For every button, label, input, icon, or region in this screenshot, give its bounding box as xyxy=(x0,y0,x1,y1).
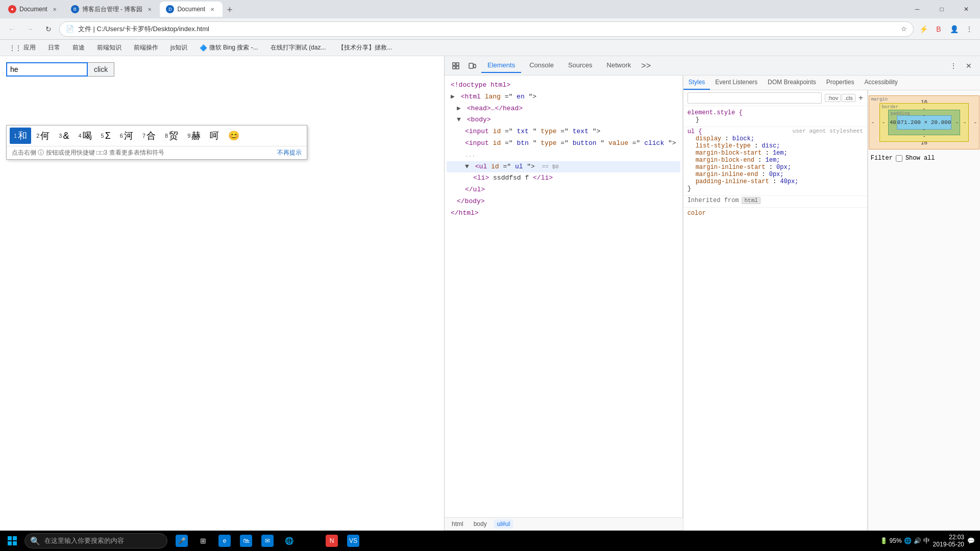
dom-arrow[interactable]: ▼ xyxy=(465,162,471,172)
network-icon[interactable]: 🌐 xyxy=(904,537,912,544)
ime-candidate-emoji[interactable]: 😊 xyxy=(224,128,243,143)
extensions-icon[interactable]: ⚡ xyxy=(917,22,930,36)
click-button[interactable]: click xyxy=(88,62,114,77)
dom-line[interactable]: </ul> xyxy=(447,184,680,196)
tab-console[interactable]: Console xyxy=(523,58,560,73)
dom-arrow[interactable]: ▶ xyxy=(451,92,457,103)
inspect-icon[interactable] xyxy=(449,59,463,73)
dom-arrow[interactable]: ▼ xyxy=(457,115,463,126)
dom-line[interactable]: </html> xyxy=(447,208,680,219)
styles-tab-event-listeners[interactable]: Event Listeners xyxy=(710,76,763,90)
dom-arrow[interactable]: ▶ xyxy=(457,104,463,114)
taskbar-app-chrome[interactable]: 🌐 xyxy=(279,531,299,551)
maximize-button[interactable]: □ xyxy=(930,0,953,18)
tab-3[interactable]: D Document ✕ xyxy=(160,2,223,17)
volume-icon[interactable]: 🔊 xyxy=(914,537,921,544)
taskbar-app-vscode[interactable]: VS xyxy=(343,531,363,551)
tab-close-1[interactable]: ✕ xyxy=(51,5,59,13)
breadcrumb-html[interactable]: html xyxy=(449,519,467,529)
more-tabs-button[interactable]: >> xyxy=(641,61,651,70)
style-prop-value: block; xyxy=(732,135,754,142)
star-icon[interactable]: ☆ xyxy=(901,25,907,33)
bookmark-tech[interactable]: 【技术分享】拯救... xyxy=(334,42,396,53)
taskbar-app-taskview[interactable]: ⊞ xyxy=(193,531,213,551)
bookmark-future[interactable]: 前途 xyxy=(68,42,89,53)
tab-2[interactable]: B 博客后台管理 - 博客园 ✕ xyxy=(65,2,160,17)
ime-candidate-2[interactable]: 2 何 xyxy=(32,128,54,144)
reload-button[interactable]: ↻ xyxy=(41,21,56,37)
dom-line[interactable]: ... xyxy=(447,149,680,161)
cls-button[interactable]: .cls xyxy=(842,94,855,102)
text-input[interactable] xyxy=(6,62,88,77)
tab-close-2[interactable]: ✕ xyxy=(145,5,154,13)
styles-tab-styles[interactable]: Styles xyxy=(683,76,710,90)
tab-elements[interactable]: Elements xyxy=(481,58,521,73)
device-mode-icon[interactable] xyxy=(465,59,479,73)
add-rule-button[interactable]: + xyxy=(859,93,863,103)
breadcrumb-ul[interactable]: ul#ul xyxy=(494,519,513,529)
ime-candidate-10[interactable]: 呵 xyxy=(206,128,223,144)
brave-icon[interactable]: B xyxy=(932,22,945,36)
ime-candidate-5[interactable]: 5 Σ xyxy=(97,129,115,143)
close-devtools-icon[interactable]: ✕ xyxy=(962,59,976,73)
profile-icon[interactable]: 👤 xyxy=(947,22,961,36)
dom-line[interactable]: ▼ <body> xyxy=(447,114,680,126)
taskbar-app-mail[interactable]: ✉ xyxy=(257,531,278,551)
bookmark-daily[interactable]: 日常 xyxy=(44,42,64,53)
show-all-checkbox[interactable] xyxy=(896,155,902,162)
ime-candidate-6[interactable]: 6 河 xyxy=(116,128,137,144)
style-prop-margin-inline-end: margin-inline-end : 0px; xyxy=(688,171,863,178)
style-rule-header: ul { user agent stylesheet xyxy=(688,128,863,135)
ime-candidate-7[interactable]: 7 合 xyxy=(138,128,160,144)
ime-candidate-8[interactable]: 8 贸 xyxy=(161,128,182,144)
dom-line[interactable]: <li> ssddfsd f </li> xyxy=(447,172,680,184)
dom-line[interactable]: <input id =" txt " type =" text "> xyxy=(447,126,680,138)
ime-candidate-3[interactable]: 3 & xyxy=(55,129,73,143)
styles-tab-dom-breakpoints[interactable]: DOM Breakpoints xyxy=(763,76,821,90)
notification-icon[interactable]: 💬 xyxy=(967,537,975,544)
breadcrumb-body[interactable]: body xyxy=(471,519,490,529)
taskbar-app-edge[interactable]: e xyxy=(214,531,235,551)
ime-candidate-9[interactable]: 9 赫 xyxy=(183,128,205,144)
bookmark-apps[interactable]: ⋮⋮ 应用 xyxy=(5,42,40,53)
taskbar-app-netease[interactable]: N xyxy=(322,531,342,551)
styles-tab-properties[interactable]: Properties xyxy=(821,76,860,90)
forward-button[interactable]: → xyxy=(22,21,38,37)
hov-button[interactable]: :hov xyxy=(825,94,841,102)
dom-line[interactable]: </body> xyxy=(447,196,680,208)
inherited-from-tag[interactable]: html xyxy=(742,197,760,204)
bookmark-bing[interactable]: 🔷 微软 Bing 搜索 -... xyxy=(195,42,262,53)
tab-close-3[interactable]: ✕ xyxy=(208,5,216,13)
styles-tab-accessibility[interactable]: Accessibility xyxy=(859,76,902,90)
taskbar-app-photos[interactable]: 🖼 xyxy=(300,531,321,551)
back-button[interactable]: ← xyxy=(4,21,19,37)
tab-network[interactable]: Network xyxy=(601,58,638,73)
ime-dismiss-button[interactable]: 不再提示 xyxy=(277,148,302,157)
new-tab-button[interactable]: ＋ xyxy=(223,2,237,16)
battery-icon[interactable]: 🔋 xyxy=(880,537,888,544)
ime-indicator[interactable]: 中 xyxy=(923,536,930,545)
bookmark-typing[interactable]: 在线打字测试 (daz... xyxy=(266,42,330,53)
dom-line[interactable]: ▶ <head>…</head> xyxy=(447,103,680,115)
dom-line[interactable]: <input id =" btn " type =" button " valu… xyxy=(447,138,680,149)
taskbar-app-cortana[interactable]: 🎤 xyxy=(172,531,192,551)
tab-1[interactable]: ● Document ✕ xyxy=(2,2,65,17)
menu-icon[interactable]: ⋮ xyxy=(963,22,976,36)
settings-icon[interactable]: ⋮ xyxy=(946,59,961,73)
taskbar-app-store[interactable]: 🛍 xyxy=(236,531,256,551)
dom-line[interactable]: ▶ <html lang =" en "> xyxy=(447,91,680,103)
bookmark-js[interactable]: js知识 xyxy=(166,42,191,53)
styles-filter-input[interactable] xyxy=(688,92,822,104)
start-button[interactable] xyxy=(0,531,24,551)
close-button[interactable]: ✕ xyxy=(954,0,978,18)
ime-candidate-1[interactable]: 1 和 xyxy=(10,128,31,144)
bookmark-frontend-ops[interactable]: 前端操作 xyxy=(130,42,162,53)
bookmark-frontend-knowledge[interactable]: 前端知识 xyxy=(93,42,126,53)
minimize-button[interactable]: ─ xyxy=(905,0,929,18)
border-label: border xyxy=(882,105,898,110)
dom-line-selected[interactable]: ▼ <ul id =" ul "> == $0 xyxy=(447,161,680,173)
taskbar-search[interactable]: 🔍 在这里输入你要搜索的内容 xyxy=(24,533,167,548)
tab-sources[interactable]: Sources xyxy=(562,58,599,73)
address-bar[interactable]: 📄 文件 | C:/Users/卡卡罗特/Desktop/index.html … xyxy=(59,21,914,37)
ime-candidate-4[interactable]: 4 喝 xyxy=(74,128,95,144)
